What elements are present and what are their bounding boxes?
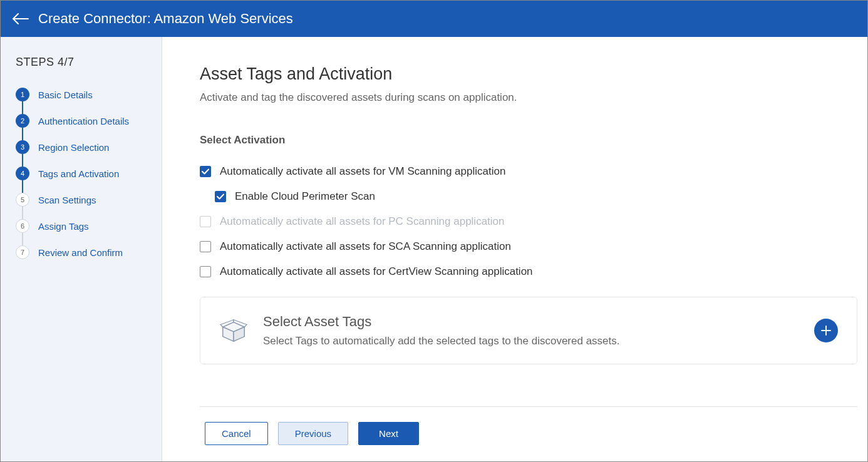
- section-label-activation: Select Activation: [200, 134, 857, 146]
- header-title: Create Connector: Amazon Web Services: [38, 11, 293, 27]
- step-item-1[interactable]: 1Basic Details: [16, 88, 147, 101]
- checkbox-label: Automatically activate all assets for Ce…: [220, 265, 533, 278]
- wizard-sidebar: STEPS 4/7 1Basic Details2Authentication …: [1, 37, 162, 461]
- footer-actions: Cancel Previous Next: [200, 406, 857, 461]
- box-icon: [219, 316, 248, 345]
- checkbox-sca[interactable]: [200, 241, 211, 252]
- card-desc: Select Tags to automatically add the sel…: [263, 335, 814, 347]
- step-item-7[interactable]: 7Review and Confirm: [16, 245, 147, 259]
- step-item-5[interactable]: 5Scan Settings: [16, 193, 147, 207]
- back-arrow-icon[interactable]: [12, 10, 29, 28]
- main-content: Asset Tags and Activation Activate and t…: [162, 37, 867, 461]
- step-label: Authentication Details: [38, 116, 129, 126]
- step-num: 2: [16, 114, 29, 128]
- header: Create Connector: Amazon Web Services: [1, 1, 867, 37]
- step-label: Scan Settings: [38, 195, 96, 205]
- cancel-button[interactable]: Cancel: [205, 422, 268, 445]
- checkbox-label: Automatically activate all assets for SC…: [220, 240, 511, 253]
- step-item-6[interactable]: 6Assign Tags: [16, 219, 147, 233]
- checkbox-vm[interactable]: [200, 166, 211, 177]
- option-pc: Automatically activate all assets for PC…: [200, 215, 857, 228]
- page-subtitle: Activate and tag the discovered assets d…: [200, 91, 857, 104]
- step-num: 3: [16, 140, 29, 154]
- option-certview: Automatically activate all assets for Ce…: [200, 265, 857, 278]
- step-num: 1: [16, 88, 29, 101]
- next-button[interactable]: Next: [358, 422, 419, 445]
- step-label: Assign Tags: [38, 221, 89, 232]
- option-vm: Automatically activate all assets for VM…: [200, 165, 857, 178]
- step-label: Region Selection: [38, 142, 109, 153]
- step-num: 6: [16, 219, 29, 233]
- card-title: Select Asset Tags: [263, 314, 814, 330]
- step-num: 5: [16, 193, 29, 207]
- plus-icon: [820, 324, 832, 337]
- step-num: 7: [16, 245, 29, 259]
- option-sca: Automatically activate all assets for SC…: [200, 240, 857, 253]
- checkbox-label: Enable Cloud Perimeter Scan: [235, 190, 375, 203]
- step-item-2[interactable]: 2Authentication Details: [16, 114, 147, 128]
- page-title: Asset Tags and Activation: [200, 64, 857, 84]
- previous-button[interactable]: Previous: [278, 422, 348, 445]
- step-label: Review and Confirm: [38, 247, 123, 258]
- checkbox-perimeter[interactable]: [215, 191, 226, 202]
- checkbox-pc: [200, 216, 211, 227]
- checkbox-label: Automatically activate all assets for PC…: [220, 215, 505, 228]
- step-label: Tags and Activation: [38, 168, 119, 179]
- step-label: Basic Details: [38, 90, 93, 100]
- step-item-3[interactable]: 3Region Selection: [16, 140, 147, 154]
- checkbox-certview[interactable]: [200, 266, 211, 277]
- step-item-4[interactable]: 4Tags and Activation: [16, 167, 147, 180]
- step-num: 4: [16, 167, 29, 180]
- asset-tags-card: Select Asset Tags Select Tags to automat…: [200, 297, 857, 364]
- steps-counter: STEPS 4/7: [16, 56, 147, 69]
- option-perimeter: Enable Cloud Perimeter Scan: [215, 190, 857, 203]
- add-tags-button[interactable]: [814, 319, 838, 342]
- checkbox-label: Automatically activate all assets for VM…: [220, 165, 505, 178]
